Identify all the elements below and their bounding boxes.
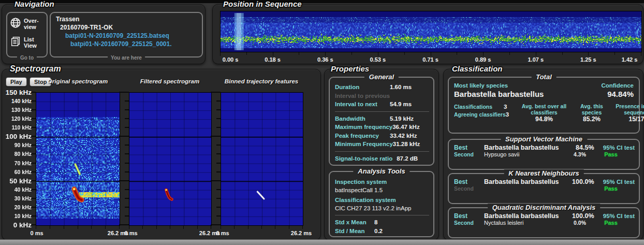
- bottom-edge-bar: [0, 239, 644, 245]
- knn-best-row: Best Barbastella barbastellus 100.0% 95%…: [454, 178, 634, 185]
- x-axis-start-label: 0 ms: [30, 230, 43, 236]
- time-axis-label: 1.25 s: [580, 56, 596, 63]
- svm-best-row: Best Barbastella barbastellus 84.5% 95% …: [454, 144, 634, 151]
- classification-title: Classification: [452, 64, 503, 73]
- breadcrumb-item-folder: 20160709-TR1-OK: [60, 24, 113, 31]
- freq-axis-tick: [32, 127, 36, 128]
- confidence-value: 94.84%: [607, 90, 634, 98]
- spectrogram-body: Play Stop Original spectrogram Filtered …: [2, 69, 320, 240]
- time-axis-tick: [234, 226, 235, 229]
- x-axis-end-label: 26.2 ms: [291, 230, 312, 236]
- general-caption: General: [364, 73, 399, 81]
- time-axis-tick: [588, 52, 589, 56]
- time-axis-tick: [221, 226, 221, 229]
- freq-axis-tick: [32, 207, 36, 208]
- filtered-spectrogram-label: Filtered spectrogram: [140, 78, 199, 84]
- svm-group: Support Vector Machine Best Barbastella …: [448, 139, 640, 170]
- time-axis-tick: [261, 226, 262, 229]
- goto-caption: Go to: [17, 55, 37, 61]
- time-axis-tick: [509, 52, 510, 55]
- sequence-overview-spectrogram[interactable]: [220, 11, 642, 52]
- freq-axis-tick: [216, 127, 221, 128]
- interval-next-row: Interval to next 54.9 ms: [335, 100, 429, 109]
- duration-row: Duration 1.60 ms: [335, 83, 429, 92]
- x-axis-start-label: 0 ms: [124, 230, 137, 236]
- time-axis-tick: [562, 52, 563, 55]
- freq-gridline-bridge: [211, 92, 221, 93]
- classification-system-label: Classification system: [335, 196, 429, 204]
- time-axis-tick: [289, 226, 289, 229]
- freq-tick-label: 40 kHz: [2, 186, 32, 193]
- freq-tick-label: 50 kHz: [2, 177, 32, 184]
- freq-axis-tick: [125, 163, 129, 164]
- knn-caption: K Nearest Neighbours: [504, 169, 584, 177]
- freq-tick-label: 140 kHz: [2, 98, 32, 104]
- panel-spectrogram: Spectrogram Play Stop Original spectrogr…: [2, 69, 321, 240]
- freq-tick-label: 0 kHz: [2, 221, 32, 229]
- inspection-system-label: Inspection system: [335, 178, 429, 186]
- freq-axis-tick: [216, 109, 221, 110]
- freq-tick-label: 80 kHz: [2, 151, 32, 157]
- freq-axis-tick: [216, 118, 221, 119]
- time-axis-tick: [614, 52, 615, 55]
- breadcrumb-group: Trassen 20160709-TR1-OK batpi01-N-201607…: [50, 12, 203, 57]
- freq-axis-tick: [216, 100, 221, 102]
- analysis-tools-group: Analysis Tools Inspection system batInsp…: [329, 171, 434, 237]
- bandwidth-row: Bandwidth 5.19 kHz: [335, 114, 429, 123]
- list-pages-icon: [10, 36, 21, 49]
- freq-axis-tick: [216, 215, 221, 217]
- time-axis-tick: [299, 52, 299, 55]
- time-axis-label: 1.42 s: [622, 56, 638, 63]
- freq-axis-tick: [32, 92, 36, 93]
- freq-axis-tick: [32, 215, 36, 217]
- freq-axis-tick: [216, 198, 221, 199]
- freq-axis-tick: [125, 207, 129, 208]
- freq-axis-tick: [32, 198, 36, 199]
- freq-tick-label: 30 kHz: [2, 195, 32, 201]
- freq-axis-tick: [32, 189, 36, 190]
- breadcrumb-item-root: Trassen: [56, 16, 79, 23]
- total-caption: Total: [531, 73, 557, 81]
- freq-gridline-bridge: [119, 92, 129, 93]
- freq-gridline-bridge: [119, 224, 129, 225]
- freq-tick-label: 130 kHz: [2, 107, 32, 113]
- divider: [335, 215, 429, 215]
- time-axis-tick: [105, 226, 106, 229]
- freq-axis-tick: [216, 163, 221, 164]
- time-axis-tick: [64, 226, 64, 229]
- freq-gridline-bridge: [211, 224, 221, 225]
- original-spectrogram-plot: [36, 92, 120, 226]
- breadcrumb-item-sequence-link[interactable]: batpi01-N-20160709_225125.batseq: [65, 32, 169, 39]
- freq-axis-tick: [125, 189, 129, 190]
- position-title: Position in Sequence: [223, 0, 302, 8]
- x-axis-start-label: 0 ms: [216, 230, 229, 236]
- time-axis-tick: [273, 52, 273, 56]
- std-x-mean-row: Std x Mean 8: [335, 218, 429, 227]
- list-view-button[interactable]: List View: [10, 36, 37, 49]
- play-button[interactable]: Play: [6, 77, 27, 87]
- panel-properties: Properties General Duration 1.60 ms Inte…: [324, 69, 439, 240]
- freq-axis-tick: [125, 118, 129, 119]
- binned-features-label: Binned trajectory features: [225, 78, 299, 84]
- time-axis-tick: [325, 52, 326, 56]
- time-axis-tick: [431, 52, 431, 56]
- freq-gridline-bridge: [119, 180, 129, 181]
- interval-previous-row: Interval to previous: [335, 92, 429, 100]
- freq-tick-label: 20 kHz: [2, 204, 32, 210]
- freq-tick-label: 100 kHz: [2, 133, 32, 140]
- overview-button[interactable]: Over- view: [10, 17, 39, 31]
- freq-axis-tick: [32, 224, 36, 225]
- qda-caption: Quadratic Discriminant Analysis: [488, 204, 601, 211]
- time-axis-tick: [220, 52, 221, 56]
- navigation-title: Navigation: [14, 0, 54, 8]
- breadcrumb-item-call-link[interactable]: batpi01-N-20160709_225125_0001.: [70, 40, 171, 48]
- freq-axis-tick: [216, 171, 221, 172]
- freq-axis-tick: [125, 171, 129, 172]
- max-frequency-row: Maximum frequency 36.47 kHz: [335, 123, 429, 132]
- overview-label: Over- view: [24, 18, 39, 30]
- time-axis-tick: [50, 226, 50, 229]
- binned-features-plot: [221, 92, 303, 226]
- time-axis-tick: [78, 226, 78, 229]
- freq-tick-label: 110 kHz: [2, 124, 32, 131]
- analysis-tools-caption: Analysis Tools: [353, 167, 409, 175]
